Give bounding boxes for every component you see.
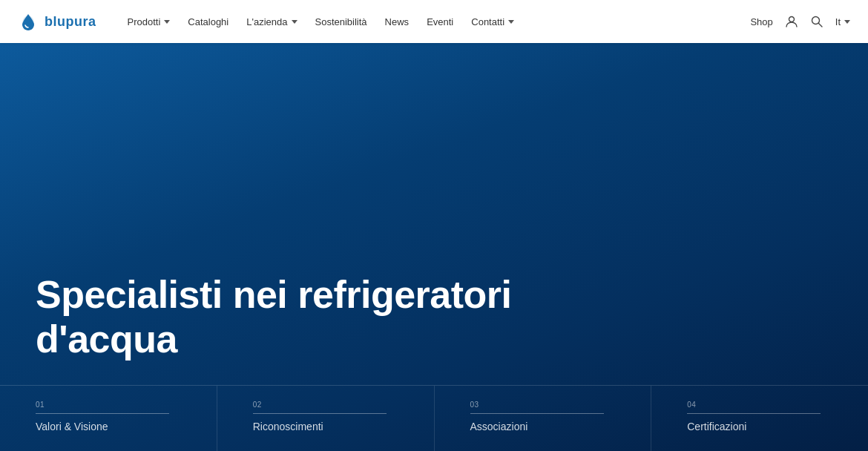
header-right: Shop It bbox=[750, 15, 850, 28]
lang-chevron-icon bbox=[844, 20, 850, 24]
lang-label: It bbox=[835, 16, 841, 27]
shop-link[interactable]: Shop bbox=[750, 16, 772, 27]
nav-label-sostenibilita: Sostenibilità bbox=[315, 16, 367, 27]
card-divider-04 bbox=[687, 413, 821, 414]
nav-item-news[interactable]: News bbox=[378, 12, 417, 32]
logo-label: blupura bbox=[45, 14, 96, 30]
hero-section: Specialisti nei refrigeratori d'acqua 01… bbox=[0, 0, 868, 451]
card-divider-03 bbox=[470, 413, 604, 414]
card-label-01: Valori & Visione bbox=[36, 421, 108, 432]
nav-item-sostenibilita[interactable]: Sostenibilità bbox=[308, 12, 375, 32]
hero-content: Specialisti nei refrigeratori d'acqua bbox=[0, 273, 868, 362]
nav-label-azienda: L'azienda bbox=[246, 16, 287, 27]
card-label-03: Associazioni bbox=[470, 421, 528, 432]
nav-item-eventi[interactable]: Eventi bbox=[419, 12, 461, 32]
card-number-04: 04 bbox=[687, 401, 832, 409]
card-number-03: 03 bbox=[470, 401, 616, 409]
card-divider-01 bbox=[36, 413, 169, 414]
nav-label-eventi: Eventi bbox=[427, 16, 453, 27]
nav-item-azienda[interactable]: L'azienda bbox=[239, 12, 304, 32]
nav-label-cataloghi: Cataloghi bbox=[188, 16, 228, 27]
svg-point-2 bbox=[812, 17, 819, 24]
search-icon[interactable] bbox=[810, 15, 823, 28]
bottom-card-03[interactable]: 03Associazioni bbox=[435, 386, 652, 451]
nav-item-contatti[interactable]: Contatti bbox=[464, 12, 522, 32]
main-nav: ProdottiCataloghiL'aziendaSostenibilitàN… bbox=[120, 12, 751, 32]
bottom-card-02[interactable]: 02Riconoscimenti bbox=[217, 386, 435, 451]
logo[interactable]: blupura bbox=[18, 11, 96, 32]
nav-item-prodotti[interactable]: Prodotti bbox=[120, 12, 178, 32]
card-divider-02 bbox=[253, 413, 387, 414]
bottom-card-01[interactable]: 01Valori & Visione bbox=[0, 386, 217, 451]
card-number-02: 02 bbox=[253, 401, 398, 409]
card-number-01: 01 bbox=[36, 401, 181, 409]
header: blupura ProdottiCataloghiL'aziendaSosten… bbox=[0, 0, 868, 43]
language-selector[interactable]: It bbox=[835, 16, 850, 27]
card-label-04: Certificazioni bbox=[687, 421, 746, 432]
nav-label-news: News bbox=[385, 16, 410, 27]
nav-label-contatti: Contatti bbox=[471, 16, 504, 27]
nav-chevron-prodotti bbox=[164, 20, 170, 24]
nav-item-cataloghi[interactable]: Cataloghi bbox=[180, 12, 236, 32]
bottom-cards: 01Valori & Visione02Riconoscimenti03Asso… bbox=[0, 385, 868, 451]
svg-line-3 bbox=[818, 24, 822, 27]
logo-icon bbox=[18, 11, 39, 32]
bottom-card-04[interactable]: 04Certificazioni bbox=[651, 386, 868, 451]
nav-label-prodotti: Prodotti bbox=[128, 16, 161, 27]
nav-chevron-contatti bbox=[508, 20, 514, 24]
svg-point-1 bbox=[789, 17, 794, 22]
user-icon[interactable] bbox=[785, 15, 798, 28]
card-label-02: Riconoscimenti bbox=[253, 421, 323, 432]
hero-title: Specialisti nei refrigeratori d'acqua bbox=[36, 273, 540, 362]
nav-chevron-azienda bbox=[292, 20, 297, 24]
